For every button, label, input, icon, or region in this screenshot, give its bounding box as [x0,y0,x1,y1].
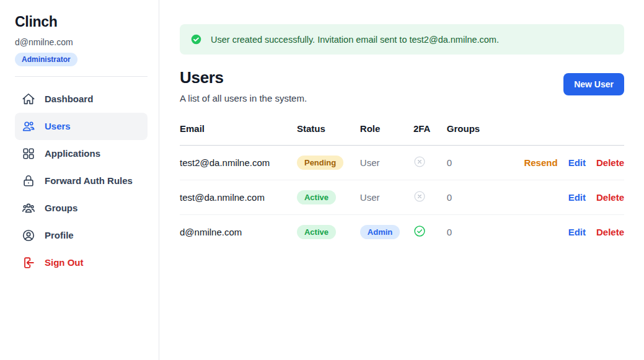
sidebar-item-users[interactable]: Users [15,113,148,140]
email-cell: test2@da.nmilne.com [180,146,297,180]
table-header-row: EmailStatusRole2FAGroups [180,121,624,146]
sidebar-item-label: Groups [45,201,77,216]
sidebar-item-label: Sign Out [45,255,84,270]
edit-link[interactable]: Edit [568,192,586,203]
sidebar-item-label: Dashboard [45,92,93,107]
success-banner-message: User created successfully. Invitation em… [211,35,499,45]
users-table: EmailStatusRole2FAGroups test2@da.nmilne… [180,121,624,249]
administrator-badge: Administrator [15,53,77,66]
column-header-status: Status [297,121,360,146]
groups-count: 0 [447,215,514,250]
success-banner: User created successfully. Invitation em… [180,24,624,55]
column-header-2fa: 2FA [413,121,447,146]
role-cell: User [360,146,413,180]
role-badge: Admin [360,225,400,239]
column-header-role: Role [360,121,413,146]
page-subtitle: A list of all users in the system. [180,93,307,103]
delete-link[interactable]: Delete [596,227,624,237]
table-row: test@da.nmilne.comActiveUser0EditDelete [180,180,624,215]
user-group-icon [22,201,35,215]
groups-count: 0 [447,146,514,180]
app-logo: Clinch [15,14,148,30]
table-row: test2@da.nmilne.comPendingUser0ResendEdi… [180,146,624,180]
edit-link[interactable]: Edit [568,227,586,237]
twofa-disabled-icon [413,156,426,168]
sidebar-item-label: Forward Auth Rules [45,173,133,188]
sign-out-icon [22,256,35,270]
email-cell: test@da.nmilne.com [180,180,297,215]
current-user-email: d@nmilne.com [15,37,148,47]
row-actions: EditDelete [513,215,624,250]
sidebar-item-groups[interactable]: Groups [15,195,148,222]
home-icon [22,92,35,106]
sidebar-item-dashboard[interactable]: Dashboard [15,86,148,113]
lock-icon [22,174,35,188]
resend-link[interactable]: Resend [524,157,557,168]
sidebar-divider [15,76,148,77]
new-user-button[interactable]: New User [563,73,624,95]
edit-link[interactable]: Edit [568,157,586,168]
table-row: d@nmilne.comActiveAdmin0EditDelete [180,215,624,250]
sidebar: Clinch d@nmilne.com Administrator Dashbo… [0,0,159,360]
sidebar-item-sign-out[interactable]: Sign Out [15,249,148,276]
delete-link[interactable]: Delete [596,157,624,168]
row-actions: ResendEditDelete [513,146,624,180]
delete-link[interactable]: Delete [596,192,624,203]
twofa-disabled-icon [413,190,426,203]
sidebar-nav: DashboardUsersApplicationsForward Auth R… [15,86,148,276]
users-icon [22,120,35,133]
status-badge: Active [297,190,336,204]
column-header-email: Email [180,121,297,146]
page-header: Users A list of all users in the system.… [180,68,624,103]
sidebar-item-applications[interactable]: Applications [15,140,148,167]
page-title: Users [180,68,307,87]
groups-count: 0 [447,180,514,215]
row-actions: EditDelete [513,180,624,215]
sidebar-item-label: Applications [45,146,100,161]
twofa-enabled-icon [413,225,426,237]
user-circle-icon [22,229,35,242]
email-cell: d@nmilne.com [180,215,297,250]
sidebar-item-label: Users [45,119,71,134]
sidebar-item-label: Profile [45,228,74,243]
role-cell: User [360,180,413,215]
check-circle-solid-icon [191,34,211,45]
status-badge: Pending [297,156,343,170]
status-badge: Active [297,225,336,239]
main-content: User created successfully. Invitation em… [159,0,644,360]
apps-grid-icon [22,147,35,160]
sidebar-item-profile[interactable]: Profile [15,222,148,249]
column-header-groups: Groups [447,121,514,146]
sidebar-item-forward-auth-rules[interactable]: Forward Auth Rules [15,167,148,195]
